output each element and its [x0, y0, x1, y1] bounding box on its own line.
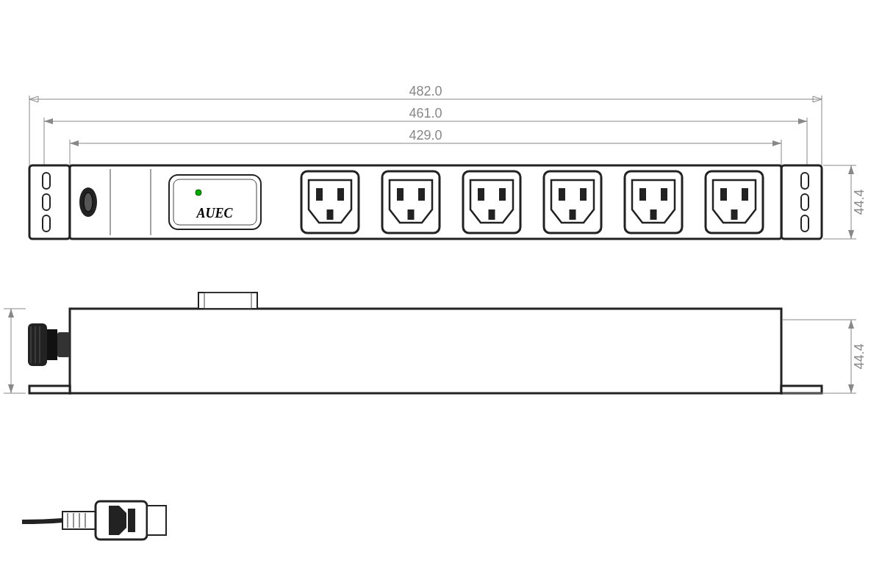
svg-marker-57	[848, 165, 854, 174]
svg-rect-19	[43, 215, 50, 232]
svg-marker-14	[772, 140, 781, 146]
svg-rect-47	[639, 188, 646, 201]
svg-rect-20	[801, 173, 808, 189]
svg-rect-21	[801, 194, 808, 210]
svg-rect-40	[499, 188, 506, 201]
circuit-breaker	[79, 187, 97, 217]
svg-marker-78	[848, 320, 854, 329]
dim-depth-value: 56.5	[0, 338, 3, 364]
svg-rect-85	[147, 506, 166, 535]
svg-rect-63	[781, 386, 822, 393]
svg-rect-52	[742, 188, 748, 201]
outlet-2	[382, 171, 440, 233]
svg-rect-43	[559, 188, 565, 201]
svg-rect-60	[198, 293, 257, 309]
outlet-1	[301, 171, 359, 233]
dim-overall-width-value: 482.0	[409, 84, 442, 98]
pdu-technical-drawing: 482.0 461.0 429.0	[0, 0, 882, 588]
dim-height-front-value: 44.4	[852, 189, 867, 215]
outlet-3	[463, 171, 520, 233]
svg-rect-37	[408, 209, 415, 220]
dimension-height-front: 44.4	[823, 165, 867, 239]
svg-marker-8	[44, 118, 53, 124]
svg-rect-28	[169, 175, 261, 229]
svg-rect-18	[43, 194, 50, 210]
cable-gland	[28, 323, 70, 366]
top-view	[28, 293, 822, 393]
svg-rect-48	[661, 188, 667, 201]
svg-rect-62	[29, 386, 70, 393]
dimension-body-width: 429.0	[70, 128, 781, 165]
svg-rect-87	[128, 509, 135, 532]
svg-marker-9	[798, 118, 807, 124]
svg-rect-17	[43, 173, 50, 189]
svg-rect-32	[337, 188, 344, 201]
svg-marker-73	[8, 309, 14, 318]
svg-rect-36	[418, 188, 425, 201]
svg-rect-65	[47, 329, 57, 360]
dim-height-top-value: 44.4	[852, 343, 867, 369]
svg-rect-59	[70, 309, 781, 393]
svg-marker-79	[848, 384, 854, 393]
brand-label: AUEC	[196, 206, 233, 220]
svg-marker-58	[848, 230, 854, 239]
display-panel: AUEC	[169, 175, 261, 229]
outlet-5	[625, 171, 682, 233]
svg-rect-51	[720, 188, 727, 201]
svg-rect-49	[650, 209, 657, 220]
power-led-icon	[196, 190, 201, 196]
dimension-depth: 56.5	[0, 309, 26, 393]
front-view: AUEC	[29, 165, 822, 239]
svg-rect-39	[478, 188, 484, 201]
dim-inner-width-value: 461.0	[409, 106, 442, 121]
outlet-4	[544, 171, 601, 233]
svg-rect-44	[580, 188, 587, 201]
power-cord-plug	[22, 501, 166, 539]
svg-point-25	[84, 193, 93, 212]
svg-rect-22	[801, 215, 808, 232]
dim-body-width-value: 429.0	[409, 128, 442, 143]
svg-rect-35	[397, 188, 404, 201]
svg-marker-13	[70, 140, 79, 146]
dimension-overall-width: 482.0	[29, 84, 822, 165]
svg-rect-45	[570, 209, 576, 220]
svg-rect-33	[327, 209, 334, 220]
svg-rect-41	[489, 209, 495, 220]
svg-marker-74	[8, 384, 14, 393]
svg-rect-66	[57, 332, 70, 357]
outlet-6	[706, 171, 763, 233]
dimension-height-top: 44.4	[783, 320, 867, 393]
svg-rect-53	[731, 209, 738, 220]
svg-rect-31	[316, 188, 323, 201]
